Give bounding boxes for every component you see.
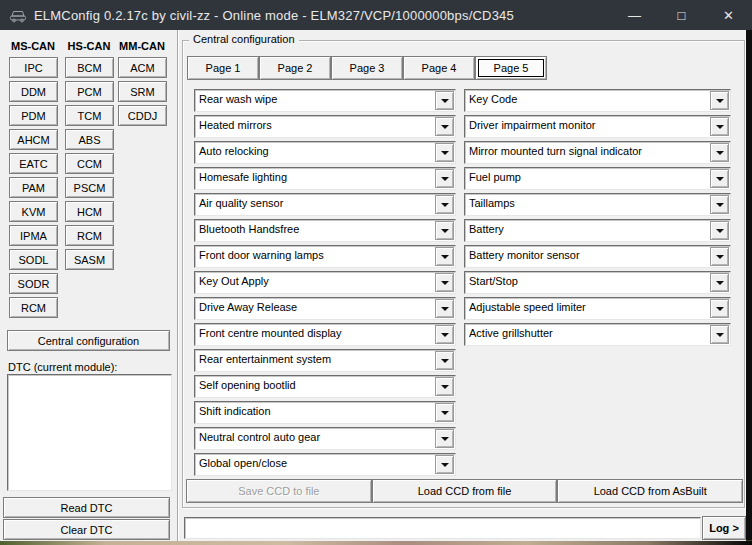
module-button[interactable]: AHCM xyxy=(9,129,58,150)
config-dropdown[interactable]: Driver impairment monitor xyxy=(464,115,731,138)
chevron-down-icon[interactable] xyxy=(710,273,729,292)
chevron-down-icon[interactable] xyxy=(710,169,729,188)
config-dropdown[interactable]: Front door warning lamps xyxy=(194,245,456,268)
config-dropdown[interactable]: Battery monitor sensor xyxy=(464,245,731,268)
app-icon xyxy=(9,6,27,24)
module-button[interactable]: RCM xyxy=(9,297,58,318)
page-tab[interactable]: Page 4 xyxy=(403,56,475,80)
chevron-down-icon[interactable] xyxy=(435,169,454,188)
module-button[interactable]: HCM xyxy=(65,201,114,222)
config-dropdown[interactable]: Adjustable speed limiter xyxy=(464,297,731,320)
maximize-icon[interactable]: □ xyxy=(658,0,705,30)
ccd-button[interactable]: Load CCD from AsBuilt xyxy=(557,479,743,503)
module-button[interactable]: PSCM xyxy=(65,177,114,198)
module-button[interactable]: IPMA xyxy=(9,225,58,246)
config-dropdown[interactable]: Taillamps xyxy=(464,193,731,216)
config-dropdown[interactable]: Shift indication xyxy=(194,401,456,424)
config-dropdown[interactable]: Auto relocking xyxy=(194,141,456,164)
config-dropdown[interactable]: Mirror mounted turn signal indicator xyxy=(464,141,731,164)
dtc-listbox[interactable] xyxy=(7,374,172,491)
config-dropdown[interactable]: Self opening bootlid xyxy=(194,375,456,398)
minimize-icon[interactable]: — xyxy=(611,0,658,30)
module-button[interactable]: SRM xyxy=(118,81,167,102)
dropdown-value: Start/Stop xyxy=(469,272,710,291)
module-button[interactable]: TCM xyxy=(65,105,114,126)
dropdown-value: Driver impairment monitor xyxy=(469,116,710,135)
chevron-down-icon[interactable] xyxy=(435,221,454,240)
module-button[interactable]: PAM xyxy=(9,177,58,198)
chevron-down-icon[interactable] xyxy=(435,377,454,396)
chevron-down-icon[interactable] xyxy=(435,403,454,422)
chevron-down-icon[interactable] xyxy=(710,325,729,344)
close-icon[interactable]: ✕ xyxy=(705,0,752,30)
config-dropdown[interactable]: Rear wash wipe xyxy=(194,89,456,112)
chevron-down-icon[interactable] xyxy=(435,247,454,266)
log-button[interactable]: Log > xyxy=(702,516,746,540)
chevron-down-icon[interactable] xyxy=(710,247,729,266)
chevron-down-icon[interactable] xyxy=(435,325,454,344)
module-button[interactable]: RCM xyxy=(65,225,114,246)
config-dropdown[interactable]: Fuel pump xyxy=(464,167,731,190)
page-tab[interactable]: Page 3 xyxy=(331,56,403,80)
config-dropdown[interactable]: Global open/close xyxy=(194,453,456,476)
config-dropdown[interactable]: Bluetooth Handsfree xyxy=(194,219,456,242)
dropdown-value: Shift indication xyxy=(199,402,435,421)
chevron-down-icon[interactable] xyxy=(435,273,454,292)
ccd-button-row: Save CCD to fileLoad CCD from fileLoad C… xyxy=(186,479,743,503)
chevron-down-icon[interactable] xyxy=(435,351,454,370)
chevron-down-icon[interactable] xyxy=(435,117,454,136)
module-button[interactable]: SODR xyxy=(9,273,58,294)
chevron-down-icon[interactable] xyxy=(710,221,729,240)
config-dropdown[interactable]: Key Code xyxy=(464,89,731,112)
chevron-down-icon[interactable] xyxy=(710,195,729,214)
config-dropdown[interactable]: Neutral control auto gear xyxy=(194,427,456,450)
read-dtc-button[interactable]: Read DTC xyxy=(3,497,170,518)
central-configuration-button[interactable]: Central configuration xyxy=(7,330,170,351)
chevron-down-icon[interactable] xyxy=(710,117,729,136)
config-dropdown[interactable]: Air quality sensor xyxy=(194,193,456,216)
config-dropdown[interactable]: Battery xyxy=(464,219,731,242)
config-dropdowns-left: Rear wash wipe Heated mirrors Auto reloc… xyxy=(194,89,456,502)
chevron-down-icon[interactable] xyxy=(435,143,454,162)
chevron-down-icon[interactable] xyxy=(435,299,454,318)
page-tab[interactable]: Page 2 xyxy=(259,56,331,80)
window-controls: — □ ✕ xyxy=(611,0,752,30)
chevron-down-icon[interactable] xyxy=(710,91,729,110)
window-title: ELMConfig 0.2.17c by civil-zz - Online m… xyxy=(34,8,514,23)
module-button[interactable]: PCM xyxy=(65,81,114,102)
module-button[interactable]: BCM xyxy=(65,57,114,78)
module-button[interactable]: PDM xyxy=(9,105,58,126)
config-dropdown[interactable]: Active grillshutter xyxy=(464,323,731,346)
dropdown-value: Global open/close xyxy=(199,454,435,473)
page-tab[interactable]: Page 5 xyxy=(475,56,547,80)
module-button[interactable]: ABS xyxy=(65,129,114,150)
module-button[interactable]: EATC xyxy=(9,153,58,174)
config-dropdown[interactable]: Start/Stop xyxy=(464,271,731,294)
ccd-button[interactable]: Save CCD to file xyxy=(186,479,372,503)
module-button[interactable]: CCM xyxy=(65,153,114,174)
config-dropdown[interactable]: Drive Away Release xyxy=(194,297,456,320)
chevron-down-icon[interactable] xyxy=(435,455,454,474)
module-button[interactable]: IPC xyxy=(9,57,58,78)
module-button[interactable]: SASM xyxy=(65,249,114,270)
log-input[interactable] xyxy=(184,517,701,539)
chevron-down-icon[interactable] xyxy=(710,143,729,162)
page-tab[interactable]: Page 1 xyxy=(187,56,259,80)
module-button[interactable]: CDDJ xyxy=(118,105,167,126)
module-button[interactable]: SODL xyxy=(9,249,58,270)
clear-dtc-button[interactable]: Clear DTC xyxy=(3,519,170,540)
app-window: ELMConfig 0.2.17c by civil-zz - Online m… xyxy=(0,0,746,541)
ccd-button[interactable]: Load CCD from file xyxy=(372,479,558,503)
chevron-down-icon[interactable] xyxy=(435,429,454,448)
config-dropdown[interactable]: Heated mirrors xyxy=(194,115,456,138)
chevron-down-icon[interactable] xyxy=(435,195,454,214)
module-button[interactable]: DDM xyxy=(9,81,58,102)
chevron-down-icon[interactable] xyxy=(435,91,454,110)
config-dropdown[interactable]: Key Out Apply xyxy=(194,271,456,294)
module-button[interactable]: KVM xyxy=(9,201,58,222)
config-dropdown[interactable]: Homesafe lighting xyxy=(194,167,456,190)
chevron-down-icon[interactable] xyxy=(710,299,729,318)
config-dropdown[interactable]: Rear entertainment system xyxy=(194,349,456,372)
config-dropdown[interactable]: Front centre mounted display xyxy=(194,323,456,346)
module-button[interactable]: ACM xyxy=(118,57,167,78)
